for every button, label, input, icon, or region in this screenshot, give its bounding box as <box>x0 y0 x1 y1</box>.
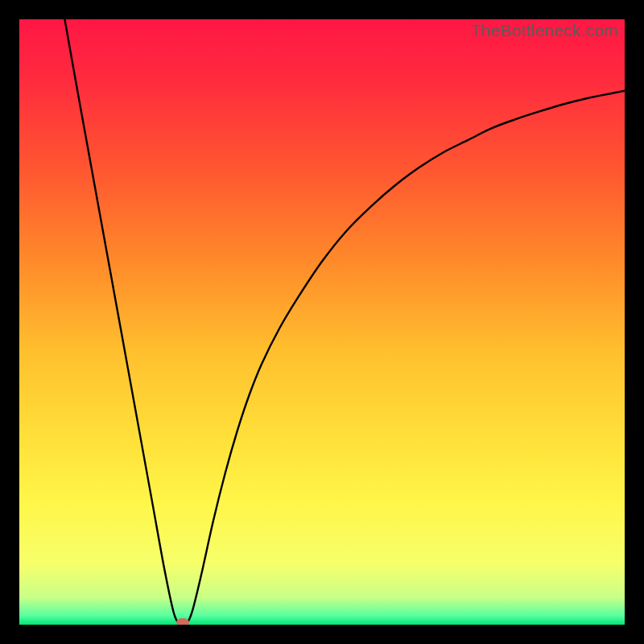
bottleneck-chart <box>19 19 625 625</box>
gradient-background <box>19 19 625 625</box>
watermark-label: TheBottleneck.com <box>471 21 618 40</box>
chart-frame: TheBottleneck.com <box>19 19 625 625</box>
